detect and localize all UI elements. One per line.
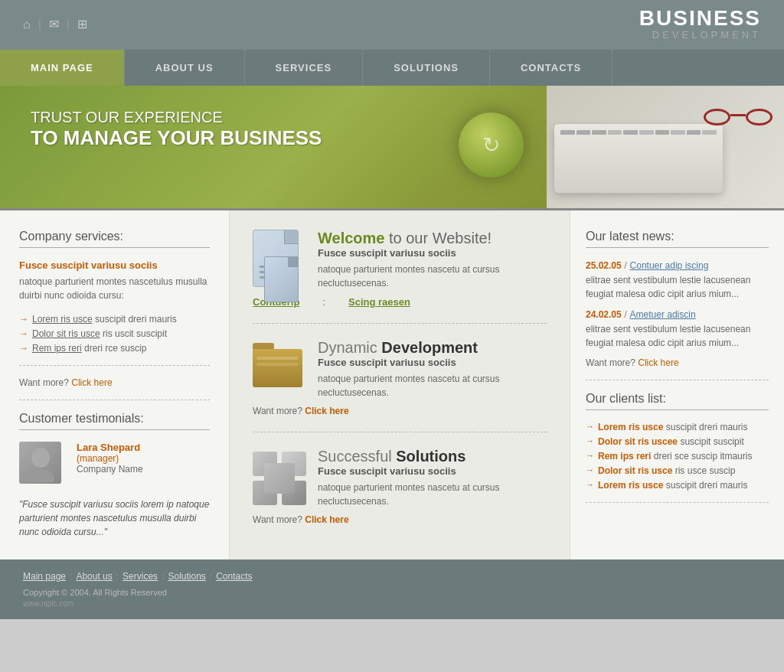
news-text-1: elitrae sent vestibulum lestie lacusenea…	[586, 273, 769, 301]
testimonial-company: Company Name	[77, 464, 143, 475]
doc-icon-area	[253, 230, 306, 291]
client-arrow-5: →	[586, 480, 594, 489]
services-title: Company services:	[19, 230, 210, 248]
footer-link-services[interactable]: Services	[122, 571, 158, 582]
avatar	[19, 442, 61, 484]
banner-photo	[547, 86, 784, 208]
mail-icon[interactable]: ✉	[49, 17, 59, 31]
footer-link-about[interactable]: About us	[76, 571, 112, 582]
separator-2	[19, 400, 210, 400]
news-item-2: 24.02.05 / Ametuer adiscin elitrae sent …	[586, 308, 769, 350]
client-arrow-3: →	[586, 451, 594, 460]
link-rem[interactable]: Rem ips reri dreri rce suscip	[32, 343, 146, 354]
footer-watermark: www.nipic.com	[23, 599, 761, 608]
news-text-2: elitrae sent vestibulum lestie lacusenea…	[586, 322, 769, 350]
news-link-1[interactable]: Contuer adip iscing	[630, 260, 709, 271]
client-arrow-2: →	[586, 436, 594, 445]
sitemap-icon[interactable]: ⊞	[77, 17, 87, 31]
solutions-heading: Successful Solutions	[318, 448, 547, 465]
footer: Main page : About us : Services : Soluti…	[0, 559, 784, 619]
client-item-4: → Dolor sit ris usce ris usce suscip	[586, 465, 769, 476]
news-link-2[interactable]: Ametuer adiscin	[630, 309, 696, 320]
svg-point-1	[27, 469, 54, 482]
main-content: Company services: Fusce suscipit variusu…	[0, 208, 784, 559]
sep1: |	[38, 18, 41, 31]
development-section: Dynamic Development Fusce suscipit variu…	[253, 339, 547, 416]
news-title: Our latest news:	[586, 230, 769, 248]
testimonial-block: Lara Shepard (manager) Company Name	[19, 442, 210, 484]
solutions-section: Successful Solutions Fusce suscipit vari…	[253, 448, 547, 525]
footer-link-contacts[interactable]: Contacts	[216, 571, 252, 582]
nav-main-page[interactable]: MAIN PAGE	[0, 50, 125, 86]
click-here-dev[interactable]: Click here	[305, 406, 348, 416]
want-more-sol: Want more? Click here	[253, 514, 547, 525]
banner-line2: TO MANAGE YOUR BUSINESS	[31, 126, 322, 150]
right-sep-1	[586, 380, 769, 380]
client-item-3: → Rem ips reri dreri sce suscip itmauris	[586, 451, 769, 462]
home-icon[interactable]: ⌂	[23, 18, 31, 31]
link-lorem[interactable]: Lorem ris usce suscipit dreri mauris	[32, 314, 177, 325]
list-item: → Dolor sit ris usce ris uscit suscipit	[19, 328, 210, 339]
nav-solutions[interactable]: SOLUTIONS	[363, 50, 490, 86]
client-item-5: → Lorem ris usce suscipit dreri mauris	[586, 480, 769, 491]
list-item: → Rem ips reri dreri rce suscip	[19, 343, 210, 354]
services-text: natoque parturient montes nascetulus mus…	[19, 275, 210, 302]
sep2: |	[67, 18, 70, 31]
client-arrow-1: →	[586, 422, 594, 431]
list-item: → Lorem ris usce suscipit dreri mauris	[19, 314, 210, 325]
footer-nav: Main page : About us : Services : Soluti…	[23, 571, 761, 582]
link-dolor[interactable]: Dolor sit ris usce ris uscit suscipit	[32, 328, 167, 339]
want-more-news: Want more? Click here	[586, 357, 769, 368]
nav-services[interactable]: SERVICES	[245, 50, 364, 86]
center-link-2[interactable]: Scing raesen	[348, 296, 410, 308]
development-heading: Dynamic Development	[318, 339, 547, 357]
clients-list: → Lorem ris usce suscipit dreri mauris →…	[586, 422, 769, 491]
logo-business: BUSINESS	[639, 8, 761, 29]
click-here-services[interactable]: Click here	[71, 377, 112, 388]
center-column: Welcome to our Website! Fusce suscipit v…	[230, 210, 570, 559]
logo-development: DEVELOPMENT	[639, 29, 761, 41]
welcome-heading: Welcome to our Website!	[318, 230, 547, 247]
testimonials-title: Customer testimonials:	[19, 412, 210, 430]
arrow-icon-2: →	[19, 328, 28, 339]
client-item-1: → Lorem ris usce suscipit dreri mauris	[586, 422, 769, 432]
separator-1	[19, 365, 210, 366]
footer-link-main[interactable]: Main page	[23, 571, 66, 582]
testimonial-name: Lara Shepard	[77, 442, 143, 453]
center-sep-1	[253, 323, 547, 324]
client-item-2: → Dolor sit ris uscee suscipit suscipit	[586, 436, 769, 447]
news-date-2: 24.02.05	[586, 309, 622, 320]
click-here-sol[interactable]: Click here	[305, 514, 348, 525]
arrow-icon-1: →	[19, 314, 28, 325]
top-icons: ⌂ | ✉ | ⊞	[23, 17, 87, 31]
nav-contacts[interactable]: CONTACTS	[490, 50, 612, 86]
testimonial-role: (manager)	[77, 453, 143, 464]
news-date-1: 25.02.05	[586, 260, 622, 271]
main-nav: MAIN PAGE ABOUT US SERVICES SOLUTIONS CO…	[0, 48, 784, 86]
puzzle-icon-area	[253, 448, 306, 509]
arrow-icon-3: →	[19, 343, 28, 354]
logo-area: BUSINESS DEVELOPMENT	[616, 0, 784, 48]
right-sep-2	[586, 502, 769, 503]
svg-point-0	[31, 448, 50, 468]
left-column: Company services: Fusce suscipit variusu…	[0, 210, 230, 559]
testimonial-text: "Fusce suscipit variusu sociis lorem ip …	[19, 490, 210, 539]
right-column: Our latest news: 25.02.05 / Contuer adip…	[570, 210, 784, 559]
testimonial-info: Lara Shepard (manager) Company Name	[77, 442, 143, 484]
clients-title: Our clients list:	[586, 392, 769, 410]
footer-copyright: Copyright © 2004. All Rights Reserved	[23, 588, 761, 597]
news-item-1: 25.02.05 / Contuer adip iscing elitrae s…	[586, 259, 769, 301]
client-arrow-4: →	[586, 465, 594, 475]
want-more-services: Want more? Click here	[19, 377, 210, 388]
banner: TRUST OUR EXPERIENCE TO MANAGE YOUR BUSI…	[0, 86, 784, 208]
want-more-dev: Want more? Click here	[253, 406, 547, 416]
banner-circle-button: ↻	[459, 113, 524, 178]
click-here-news[interactable]: Click here	[638, 357, 678, 368]
footer-link-solutions[interactable]: Solutions	[168, 571, 205, 582]
banner-line1: TRUST OUR EXPERIENCE	[31, 109, 322, 126]
nav-about-us[interactable]: ABOUT US	[125, 50, 245, 86]
center-sep-2	[253, 432, 547, 432]
welcome-section: Welcome to our Website! Fusce suscipit v…	[253, 230, 547, 308]
folder-icon-area	[253, 339, 306, 400]
services-orange-link[interactable]: Fusce suscipit variusu sociis	[19, 259, 210, 271]
